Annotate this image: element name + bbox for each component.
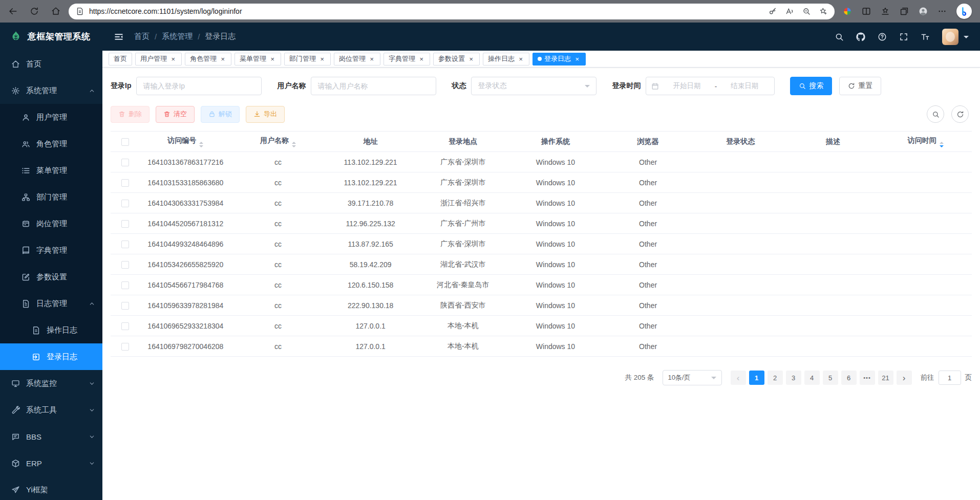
password-key-icon[interactable] xyxy=(769,7,777,15)
page-button-21[interactable]: 21 xyxy=(878,371,893,385)
row-checkbox[interactable] xyxy=(121,302,129,310)
back-icon[interactable] xyxy=(8,7,17,16)
prev-page-button[interactable]: ‹ xyxy=(731,371,746,385)
column-header-time[interactable]: 访问时间 xyxy=(879,132,972,152)
reset-button[interactable]: 重置 xyxy=(839,77,881,95)
clear-button[interactable]: 清空 xyxy=(156,106,195,123)
profile-icon[interactable] xyxy=(919,7,928,16)
row-checkbox[interactable] xyxy=(121,281,129,289)
row-checkbox[interactable] xyxy=(121,322,129,330)
page-button-4[interactable]: 4 xyxy=(804,371,820,385)
address-bar[interactable]: https://ccnetcore.com:1101/system/log/lo… xyxy=(69,4,835,19)
row-checkbox[interactable] xyxy=(121,261,129,269)
help-icon[interactable] xyxy=(878,32,887,41)
export-button[interactable]: 导出 xyxy=(246,106,285,123)
fullscreen-icon[interactable] xyxy=(899,32,908,41)
page-button-6[interactable]: 6 xyxy=(841,371,857,385)
sidebar-item-post-mgmt[interactable]: 岗位管理 xyxy=(0,210,102,237)
sidebar-item-bbs[interactable]: BBS xyxy=(0,423,102,450)
search-button[interactable]: 搜索 xyxy=(790,77,832,95)
page-info-icon[interactable] xyxy=(76,7,84,15)
home-icon[interactable] xyxy=(51,7,60,16)
extensions-icon[interactable] xyxy=(843,7,852,16)
unlock-button[interactable]: 解锁 xyxy=(201,106,240,123)
tab-role-mgmt[interactable]: 角色管理× xyxy=(185,53,231,66)
sidebar-item-role-mgmt[interactable]: 角色管理 xyxy=(0,131,102,157)
page-size-select[interactable]: 10条/页 xyxy=(663,370,722,385)
refresh-icon[interactable] xyxy=(30,7,39,16)
tab-operation-log[interactable]: 操作日志× xyxy=(483,53,529,66)
sidebar-item-user-mgmt[interactable]: 用户管理 xyxy=(0,104,102,131)
column-header-id[interactable]: 访问编号 xyxy=(139,132,232,152)
github-icon[interactable] xyxy=(856,32,865,41)
user-avatar[interactable] xyxy=(942,29,958,45)
tab-home[interactable]: 首页 xyxy=(109,53,132,66)
delete-button[interactable]: 删除 xyxy=(111,106,150,123)
close-icon[interactable]: × xyxy=(318,55,326,62)
sidebar-item-home[interactable]: 首页 xyxy=(0,51,102,77)
close-icon[interactable]: × xyxy=(517,55,524,62)
close-icon[interactable]: × xyxy=(219,55,226,62)
close-icon[interactable]: × xyxy=(467,55,475,62)
page-button-3[interactable]: 3 xyxy=(786,371,801,385)
close-icon[interactable]: × xyxy=(368,55,375,62)
sidebar-item-erp[interactable]: ERP xyxy=(0,450,102,476)
filter-ip-input[interactable] xyxy=(136,77,262,95)
sidebar-toggle-icon[interactable] xyxy=(114,32,124,42)
tab-dept-mgmt[interactable]: 部门管理× xyxy=(284,53,331,66)
sort-caret-icon[interactable] xyxy=(292,142,296,147)
row-checkbox[interactable] xyxy=(121,200,129,207)
tab-param-settings[interactable]: 参数设置× xyxy=(433,53,480,66)
column-header-user[interactable]: 用户名称 xyxy=(232,132,325,152)
tab-post-mgmt[interactable]: 岗位管理× xyxy=(334,53,380,66)
page-ellipsis[interactable]: ••• xyxy=(860,371,875,385)
search-icon[interactable] xyxy=(835,32,844,41)
tab-user-mgmt[interactable]: 用户管理× xyxy=(135,53,182,66)
more-menu-icon[interactable] xyxy=(938,7,947,16)
tab-menu-mgmt[interactable]: 菜单管理× xyxy=(235,53,281,66)
sidebar-item-system-mgmt[interactable]: 系统管理 xyxy=(0,77,102,104)
sidebar-item-login-log[interactable]: 登录日志 xyxy=(0,343,102,370)
row-checkbox[interactable] xyxy=(121,343,129,351)
sidebar-item-param-settings[interactable]: 参数设置 xyxy=(0,264,102,290)
close-icon[interactable]: × xyxy=(169,55,177,62)
toggle-search-button[interactable] xyxy=(927,105,944,123)
sidebar-item-dept-mgmt[interactable]: 部门管理 xyxy=(0,184,102,210)
filter-user-input[interactable] xyxy=(311,77,436,95)
sidebar-item-log-mgmt[interactable]: 日志管理 xyxy=(0,290,102,317)
font-size-icon[interactable] xyxy=(921,32,930,41)
breadcrumb-item-home[interactable]: 首页 xyxy=(134,32,150,41)
split-screen-icon[interactable] xyxy=(862,7,871,16)
tab-login-log[interactable]: 登录日志× xyxy=(532,53,586,66)
close-icon[interactable]: × xyxy=(418,55,425,62)
sidebar-item-operation-log[interactable]: 操作日志 xyxy=(0,317,102,343)
tab-dict-mgmt[interactable]: 字典管理× xyxy=(384,53,430,66)
row-checkbox[interactable] xyxy=(121,159,129,166)
sidebar-item-yi-framework[interactable]: Yi框架 xyxy=(0,476,102,500)
date-range-picker[interactable]: 开始日期 - 结束日期 xyxy=(646,77,775,95)
row-checkbox[interactable] xyxy=(121,241,129,248)
close-icon[interactable]: × xyxy=(573,55,581,62)
select-all-checkbox[interactable] xyxy=(121,138,129,146)
sidebar-item-dict-mgmt[interactable]: 字典管理 xyxy=(0,237,102,264)
refresh-table-button[interactable] xyxy=(951,105,969,123)
sort-caret-icon[interactable] xyxy=(940,142,944,147)
sidebar-item-menu-mgmt[interactable]: 菜单管理 xyxy=(0,157,102,184)
page-button-1[interactable]: 1 xyxy=(749,371,764,385)
jump-input[interactable] xyxy=(939,371,961,385)
sort-caret-icon[interactable] xyxy=(199,142,203,147)
page-button-5[interactable]: 5 xyxy=(823,371,838,385)
zoom-out-icon[interactable] xyxy=(802,7,811,15)
row-checkbox[interactable] xyxy=(121,179,129,187)
sidebar-item-system-tools[interactable]: 系统工具 xyxy=(0,397,102,423)
favorites-bar-icon[interactable] xyxy=(881,7,890,16)
collections-icon[interactable] xyxy=(900,7,909,16)
read-aloud-icon[interactable] xyxy=(785,7,794,15)
close-icon[interactable]: × xyxy=(269,55,276,62)
page-button-2[interactable]: 2 xyxy=(768,371,783,385)
sidebar-item-system-monitor[interactable]: 系统监控 xyxy=(0,370,102,397)
bing-copilot-icon[interactable] xyxy=(956,4,972,19)
breadcrumb-item-system[interactable]: 系统管理 xyxy=(162,32,193,41)
status-select[interactable]: 登录状态 xyxy=(471,77,596,95)
next-page-button[interactable]: › xyxy=(897,371,912,385)
